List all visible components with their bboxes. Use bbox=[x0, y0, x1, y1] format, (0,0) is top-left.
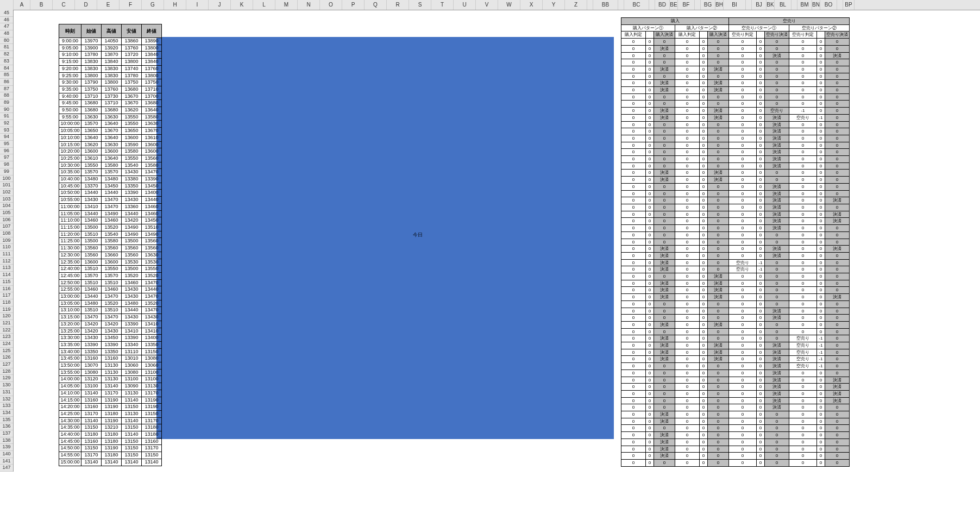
price-row[interactable]: 13:20:0013420134201339013410 bbox=[59, 321, 162, 328]
row-header[interactable]: 127 bbox=[0, 361, 13, 368]
col-header[interactable]: U bbox=[454, 0, 476, 10]
row-header[interactable]: 126 bbox=[0, 354, 13, 361]
sig-row[interactable]: 00000000決済000 bbox=[621, 190, 850, 197]
row-header[interactable]: 117 bbox=[0, 292, 13, 299]
row-header[interactable]: 86 bbox=[0, 79, 13, 86]
price-row[interactable]: 10:25:0013610136401355013560 bbox=[59, 155, 162, 162]
col-header[interactable]: Z bbox=[565, 0, 587, 10]
price-row[interactable]: 9:20:0013830138301374013760 bbox=[59, 65, 162, 72]
price-row[interactable]: 10:00:0013570136401355013630 bbox=[59, 121, 162, 128]
price-row[interactable]: 11:15:0013500135201349013510 bbox=[59, 224, 162, 231]
price-row[interactable]: 12:40:0013510135501350013550 bbox=[59, 266, 162, 273]
sig-row[interactable]: 00000000決済00決済 bbox=[621, 211, 850, 218]
sig-row[interactable]: 00決済00決済00空売り-100 bbox=[621, 108, 850, 115]
sig-row[interactable]: 00000000決済00決済 bbox=[621, 397, 850, 404]
sig-row[interactable]: 00決済000空売り-10000 bbox=[621, 259, 850, 266]
sig-row[interactable]: 000000000000 bbox=[621, 101, 850, 108]
price-row[interactable]: 9:25:0013800138301378013800 bbox=[59, 72, 162, 79]
sig-row[interactable]: 000000000000 bbox=[621, 39, 850, 46]
col-header[interactable]: BG bbox=[701, 0, 715, 10]
price-row[interactable]: 9:10:0013780138701372013840 bbox=[59, 52, 162, 59]
sig-row[interactable]: 00000000決済000 bbox=[621, 162, 850, 170]
row-header[interactable]: 112 bbox=[0, 258, 13, 265]
sig-row[interactable]: 00000決済000000 bbox=[621, 273, 850, 280]
price-row[interactable]: 11:10:0013460134601342013450 bbox=[59, 217, 162, 224]
col-header[interactable]: R bbox=[387, 0, 409, 10]
sig-row[interactable]: 000000000000 bbox=[621, 59, 850, 66]
price-row[interactable]: 14:20:0013160131901315013190 bbox=[59, 404, 162, 411]
price-row[interactable]: 10:45:0013370134501335013450 bbox=[59, 183, 162, 190]
row-header[interactable]: 116 bbox=[0, 286, 13, 293]
price-row[interactable]: 11:00:0013410134701336013460 bbox=[59, 203, 162, 210]
col-header[interactable]: G bbox=[142, 0, 164, 10]
price-row[interactable]: 13:10:0013510135101344013470 bbox=[59, 307, 162, 314]
price-row[interactable]: 13:30:0013430134501339013400 bbox=[59, 335, 162, 342]
col-header[interactable] bbox=[618, 0, 624, 10]
price-row[interactable]: 14:50:0013150131901315013170 bbox=[59, 445, 162, 452]
col-header[interactable]: BB bbox=[593, 0, 618, 10]
sig-row[interactable]: 00000000決済000 bbox=[621, 204, 850, 211]
col-header[interactable] bbox=[837, 0, 843, 10]
sig-row[interactable]: 00000000決済00決済 bbox=[621, 384, 850, 391]
col-header[interactable]: T bbox=[431, 0, 454, 10]
row-header[interactable]: 121 bbox=[0, 320, 13, 327]
sig-row[interactable]: 00000000決済000 bbox=[621, 128, 850, 135]
col-header[interactable]: X bbox=[520, 0, 543, 10]
price-row[interactable]: 9:45:0013680137101367013680 bbox=[59, 100, 162, 107]
col-header[interactable]: BH bbox=[715, 0, 724, 10]
price-row[interactable]: 9:15:0013830138401380013840 bbox=[59, 59, 162, 66]
row-header[interactable]: 124 bbox=[0, 341, 13, 348]
sig-row[interactable]: 00000000決済000 bbox=[621, 121, 850, 128]
sig-row[interactable]: 00決済000000000 bbox=[621, 411, 850, 418]
col-header[interactable]: F bbox=[120, 0, 142, 10]
sig-row[interactable]: 00000000決済00決済 bbox=[621, 390, 850, 397]
col-header[interactable]: B bbox=[30, 0, 53, 10]
col-header[interactable]: BP bbox=[843, 0, 855, 10]
col-header[interactable]: P bbox=[342, 0, 365, 10]
price-row[interactable]: 9:35:0013750137601368013710 bbox=[59, 86, 162, 93]
row-header[interactable]: 97 bbox=[0, 154, 13, 161]
price-row[interactable]: 12:55:0013460134601343013440 bbox=[59, 286, 162, 293]
row-header[interactable]: 80 bbox=[0, 37, 13, 45]
col-header[interactable]: BC bbox=[624, 0, 649, 10]
sig-row[interactable]: 00000000決済000 bbox=[621, 225, 850, 232]
row-header[interactable]: 87 bbox=[0, 86, 13, 93]
sig-row[interactable]: 00決済00決済000000 bbox=[621, 80, 850, 87]
price-row[interactable]: 10:20:0013600136001358013600 bbox=[59, 148, 162, 155]
col-header[interactable]: L bbox=[253, 0, 275, 10]
sig-row[interactable]: 00決済00000決済00決済 bbox=[621, 246, 850, 253]
col-header[interactable]: BJ bbox=[752, 0, 767, 10]
col-header[interactable]: V bbox=[476, 0, 498, 10]
price-row[interactable]: 9:00:0013970140501386013890 bbox=[59, 38, 162, 45]
row-header[interactable]: 133 bbox=[0, 403, 13, 410]
row-header[interactable]: 122 bbox=[0, 327, 13, 334]
price-row[interactable]: 14:25:0013170131801313013150 bbox=[59, 410, 162, 417]
row-header[interactable]: 119 bbox=[0, 306, 13, 314]
sig-row[interactable]: 000000000000 bbox=[621, 300, 850, 308]
sig-row[interactable]: 00000000決済00決済 bbox=[621, 377, 850, 384]
price-row[interactable]: 13:55:0013080131301308013100 bbox=[59, 369, 162, 376]
sig-row[interactable]: 00決済000000空売り-10 bbox=[621, 335, 850, 342]
col-header[interactable]: BN bbox=[812, 0, 820, 10]
col-header[interactable]: D bbox=[75, 0, 97, 10]
price-row[interactable]: 10:10:0013640136401360013610 bbox=[59, 134, 162, 141]
col-header[interactable] bbox=[649, 0, 655, 10]
col-header[interactable]: BK bbox=[767, 0, 775, 10]
price-row[interactable]: 13:50:0013070131301306013060 bbox=[59, 362, 162, 369]
sig-row[interactable]: 000000000000 bbox=[621, 73, 850, 80]
row-header[interactable]: 91 bbox=[0, 113, 13, 120]
col-header[interactable]: BM bbox=[797, 0, 812, 10]
row-header[interactable]: 125 bbox=[0, 348, 13, 355]
sig-row[interactable]: 00決済000000000 bbox=[621, 418, 850, 425]
sig-row[interactable]: 00決済00決済000000 bbox=[621, 177, 850, 184]
col-header[interactable]: S bbox=[409, 0, 431, 10]
col-header[interactable]: O bbox=[320, 0, 342, 10]
price-row[interactable]: 10:50:0013440134401339013400 bbox=[59, 190, 162, 197]
row-header[interactable]: 134 bbox=[0, 410, 13, 417]
row-header[interactable]: 85 bbox=[0, 72, 13, 79]
sig-row[interactable]: 00決済000空売り-10000 bbox=[621, 266, 850, 273]
price-row[interactable]: 9:30:0013790138001375013750 bbox=[59, 79, 162, 86]
row-header[interactable]: 46 bbox=[0, 17, 13, 24]
col-header[interactable] bbox=[587, 0, 593, 10]
row-header[interactable]: 82 bbox=[0, 51, 13, 58]
